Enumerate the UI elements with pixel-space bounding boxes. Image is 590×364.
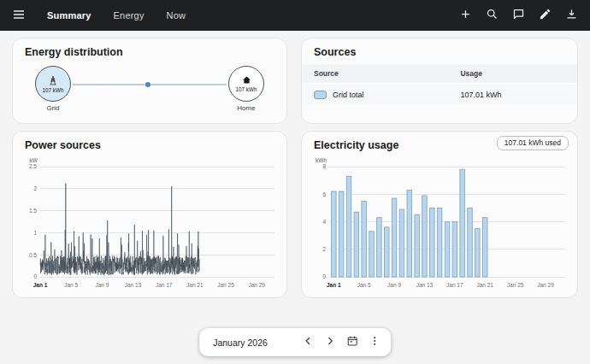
grid-label: Grid bbox=[46, 104, 59, 112]
calendar-button[interactable] bbox=[341, 332, 363, 353]
more-options-button[interactable] bbox=[363, 332, 386, 353]
svg-text:Jan 13: Jan 13 bbox=[416, 282, 434, 288]
svg-text:1: 1 bbox=[33, 230, 37, 236]
edit-button[interactable] bbox=[535, 4, 555, 26]
menu-button[interactable] bbox=[9, 4, 29, 27]
usage-total-badge: 107.01 kWh used bbox=[497, 136, 569, 150]
home-node: 107 kWh Home bbox=[227, 66, 266, 112]
svg-text:0: 0 bbox=[33, 273, 37, 279]
grid-circle: 107 kWh bbox=[35, 66, 71, 102]
home-icon bbox=[242, 75, 251, 85]
tab-now[interactable]: Now bbox=[156, 0, 198, 31]
svg-text:Jan 21: Jan 21 bbox=[476, 282, 493, 288]
download-icon bbox=[565, 8, 578, 23]
power-sources-card: Power sources 00.511.522.5kWJan 1Jan 5Ja… bbox=[12, 131, 287, 298]
transmission-tower-icon bbox=[48, 75, 58, 86]
svg-text:Jan 1: Jan 1 bbox=[327, 282, 341, 288]
tab-summary[interactable]: Summary bbox=[36, 0, 103, 31]
top-app-bar: Summary Energy Now bbox=[0, 0, 590, 31]
sources-header-row: Source Usage bbox=[302, 64, 577, 84]
next-period-button[interactable] bbox=[319, 332, 341, 353]
card-title: Energy distribution bbox=[13, 38, 286, 61]
svg-text:Jan 5: Jan 5 bbox=[64, 282, 78, 288]
energy-flow-line bbox=[73, 84, 227, 85]
calendar-icon bbox=[346, 335, 358, 349]
home-label: Home bbox=[237, 104, 255, 112]
hamburger-menu-icon bbox=[12, 8, 26, 24]
tab-bar: Summary Energy Now bbox=[36, 0, 197, 31]
electricity-usage-card: Electricity usage 107.01 kWh used 02468k… bbox=[301, 131, 578, 298]
search-icon bbox=[486, 8, 499, 23]
svg-text:kWh: kWh bbox=[316, 157, 327, 163]
plus-icon bbox=[459, 8, 472, 23]
source-column-header: Source bbox=[302, 64, 448, 84]
period-selector: January 2026 bbox=[199, 328, 391, 356]
chevron-right-icon bbox=[324, 335, 336, 349]
svg-text:Jan 17: Jan 17 bbox=[156, 282, 173, 288]
home-circle: 107 kWh bbox=[228, 66, 264, 102]
pencil-icon bbox=[539, 8, 552, 23]
svg-text:2: 2 bbox=[322, 246, 326, 252]
svg-text:Jan 21: Jan 21 bbox=[186, 282, 204, 288]
power-sources-chart[interactable]: 00.511.522.5kWJan 1Jan 5Jan 9Jan 13Jan 1… bbox=[18, 154, 281, 291]
svg-text:0.5: 0.5 bbox=[29, 252, 37, 258]
svg-text:Jan 9: Jan 9 bbox=[387, 282, 401, 288]
sources-table: Source Usage Grid total 107.01 kWh bbox=[302, 64, 577, 105]
energy-flow-diagram: 107 kWh Grid 107 kWh Home bbox=[13, 61, 286, 112]
energy-flow-dot bbox=[145, 82, 150, 87]
add-button[interactable] bbox=[456, 4, 475, 26]
previous-period-button[interactable] bbox=[297, 332, 319, 353]
card-title: Sources bbox=[302, 38, 577, 61]
chevron-left-icon bbox=[302, 335, 314, 349]
home-value: 107 kWh bbox=[236, 86, 257, 92]
table-row: Grid total 107.01 kWh bbox=[302, 84, 577, 105]
download-button[interactable] bbox=[562, 4, 581, 26]
svg-text:Jan 17: Jan 17 bbox=[446, 282, 463, 288]
sources-card: Sources Source Usage Grid total 107.01 k… bbox=[301, 38, 578, 124]
svg-text:Jan 13: Jan 13 bbox=[125, 282, 142, 288]
svg-text:Jan 25: Jan 25 bbox=[507, 282, 524, 288]
source-usage: 107.01 kWh bbox=[448, 84, 577, 105]
grid-value: 107 kWh bbox=[43, 87, 64, 93]
svg-text:Jan 25: Jan 25 bbox=[217, 282, 234, 288]
svg-text:4: 4 bbox=[322, 219, 326, 225]
svg-text:1.5: 1.5 bbox=[29, 208, 37, 214]
card-title: Electricity usage bbox=[302, 132, 410, 154]
usage-column-header: Usage bbox=[448, 64, 577, 84]
svg-text:Jan 29: Jan 29 bbox=[537, 282, 554, 288]
svg-text:Jan 1: Jan 1 bbox=[33, 282, 48, 288]
period-label: January 2026 bbox=[213, 338, 268, 348]
svg-text:Jan 9: Jan 9 bbox=[95, 282, 109, 288]
card-title: Power sources bbox=[13, 132, 286, 154]
tab-energy[interactable]: Energy bbox=[103, 0, 156, 31]
svg-text:Jan 5: Jan 5 bbox=[357, 282, 371, 288]
svg-text:8: 8 bbox=[322, 163, 326, 169]
svg-text:Jan 29: Jan 29 bbox=[248, 282, 265, 288]
source-name: Grid total bbox=[333, 91, 364, 99]
comment-icon bbox=[512, 8, 525, 23]
search-button[interactable] bbox=[482, 4, 502, 26]
comments-button[interactable] bbox=[509, 4, 528, 26]
energy-distribution-card: Energy distribution 107 kWh Grid bbox=[12, 38, 287, 124]
svg-text:2.5: 2.5 bbox=[29, 163, 37, 169]
svg-text:kW: kW bbox=[30, 157, 38, 163]
appbar-actions bbox=[456, 4, 581, 26]
electricity-usage-chart[interactable]: 02468kWhJan 1Jan 5Jan 9Jan 13Jan 17Jan 2… bbox=[307, 154, 572, 291]
grid-color-swatch bbox=[314, 91, 327, 99]
dots-vertical-icon bbox=[369, 335, 381, 349]
svg-text:0: 0 bbox=[322, 273, 326, 279]
grid-node: 107 kWh Grid bbox=[33, 66, 73, 112]
svg-text:2: 2 bbox=[33, 185, 37, 191]
energy-dashboard: Energy distribution 107 kWh Grid bbox=[0, 31, 590, 305]
svg-text:6: 6 bbox=[322, 191, 326, 197]
